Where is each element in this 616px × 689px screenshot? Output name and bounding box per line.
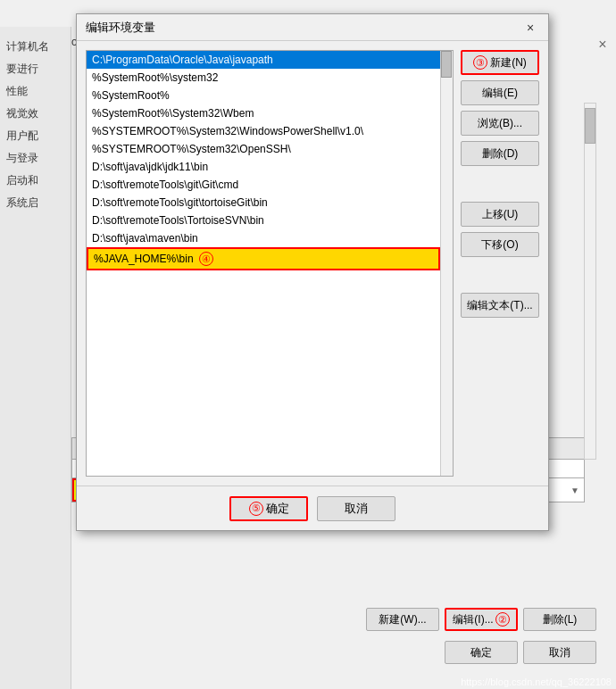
list-scrollbar-thumb[interactable]: [441, 51, 452, 78]
list-item[interactable]: %SYSTEMROOT%\System32\OpenSSH\: [87, 140, 440, 158]
outer-edit-button[interactable]: 编辑(I)... ②: [445, 608, 518, 631]
list-item[interactable]: D:\soft\remoteTools\TortoiseSVN\bin: [87, 212, 440, 229]
dialog-title: 编辑环境变量: [86, 20, 155, 36]
outer-confirm-row: 确定 取消: [143, 641, 596, 664]
java-home-badge: ④: [199, 252, 213, 266]
dialog-body: C:\ProgramData\Oracle\Java\javapath %Sys…: [77, 41, 548, 486]
left-item-login[interactable]: 与登录: [4, 147, 66, 170]
edit-badge: ②: [495, 612, 510, 627]
scrollbar-thumb[interactable]: [585, 108, 595, 144]
list-item[interactable]: D:\soft\java\maven\bin: [87, 229, 440, 247]
edit-button[interactable]: 编辑(E): [461, 80, 539, 105]
new-button[interactable]: ③ 新建(N): [461, 50, 539, 75]
confirm-badge: ⑤: [249, 502, 263, 516]
list-item[interactable]: %SystemRoot%\system32: [87, 69, 440, 87]
left-item-computer[interactable]: 要进行: [4, 58, 66, 80]
outer-button-row: 新建(W)... 编辑(I)... ② 删除(L): [143, 608, 596, 631]
left-item-performance[interactable]: 性能: [4, 80, 66, 103]
dialog-title-bar: 编辑环境变量 ×: [77, 14, 548, 41]
list-item[interactable]: %SYSTEMROOT%\System32\WindowsPowerShell\…: [87, 122, 440, 140]
delete-button[interactable]: 删除(D): [461, 141, 539, 166]
outer-delete-button[interactable]: 删除(L): [523, 608, 596, 631]
list-item-java-home[interactable]: %JAVA_HOME%\bin ④: [87, 247, 440, 270]
list-item[interactable]: %SystemRoot%: [87, 87, 440, 104]
left-item-sysstart[interactable]: 系统启: [4, 192, 66, 214]
edit-env-dialog: 编辑环境变量 × C:\ProgramData\Oracle\Java\java…: [76, 13, 549, 531]
list-item[interactable]: %SystemRoot%\System32\Wbem: [87, 104, 440, 122]
path-list-container: C:\ProgramData\Oracle\Java\javapath %Sys…: [86, 50, 454, 477]
confirm-label: 确定: [266, 501, 289, 517]
new-label: 新建(N): [490, 55, 527, 71]
outer-close-button[interactable]: ×: [589, 31, 616, 58]
move-down-button[interactable]: 下移(O): [461, 232, 539, 257]
outer-cancel-button[interactable]: 取消: [523, 641, 596, 664]
list-scrollbar[interactable]: [440, 51, 453, 476]
left-item-system[interactable]: 计算机名: [4, 36, 66, 58]
new-badge: ③: [473, 55, 487, 70]
browse-button[interactable]: 浏览(B)...: [461, 111, 539, 136]
list-item[interactable]: D:\soft\java\jdk\jdk11\bin: [87, 158, 440, 176]
outer-scrollbar[interactable]: [584, 103, 596, 460]
dialog-footer: ⑤ 确定 取消: [77, 486, 548, 530]
list-item[interactable]: C:\ProgramData\Oracle\Java\javapath: [87, 51, 440, 69]
watermark: https://blog.csdn.net/qq_36222108: [461, 677, 612, 687]
cancel-button[interactable]: 取消: [317, 496, 395, 521]
move-up-button[interactable]: 上移(U): [461, 202, 539, 227]
dialog-close-button[interactable]: ×: [521, 19, 539, 37]
left-item-startup[interactable]: 启动和: [4, 170, 66, 192]
button-panel: ③ 新建(N) 编辑(E) 浏览(B)... 删除(D) 上移(U) 下移(O)…: [461, 50, 539, 477]
list-item[interactable]: D:\soft\remoteTools\git\Git\cmd: [87, 176, 440, 194]
left-panel: 计算机名 要进行 性能 视觉效 用户配 与登录 启动和 系统启: [0, 27, 71, 689]
confirm-button[interactable]: ⑤ 确定: [229, 496, 308, 521]
outer-confirm-button[interactable]: 确定: [445, 641, 518, 664]
left-item-visual[interactable]: 视觉效: [4, 103, 66, 125]
path-list: C:\ProgramData\Oracle\Java\javapath %Sys…: [87, 51, 440, 476]
left-item-user[interactable]: 用户配: [4, 125, 66, 147]
outer-new-button[interactable]: 新建(W)...: [366, 608, 439, 631]
list-item[interactable]: D:\soft\remoteTools\git\tortoiseGit\bin: [87, 194, 440, 212]
edit-text-button[interactable]: 编辑文本(T)...: [461, 293, 539, 318]
